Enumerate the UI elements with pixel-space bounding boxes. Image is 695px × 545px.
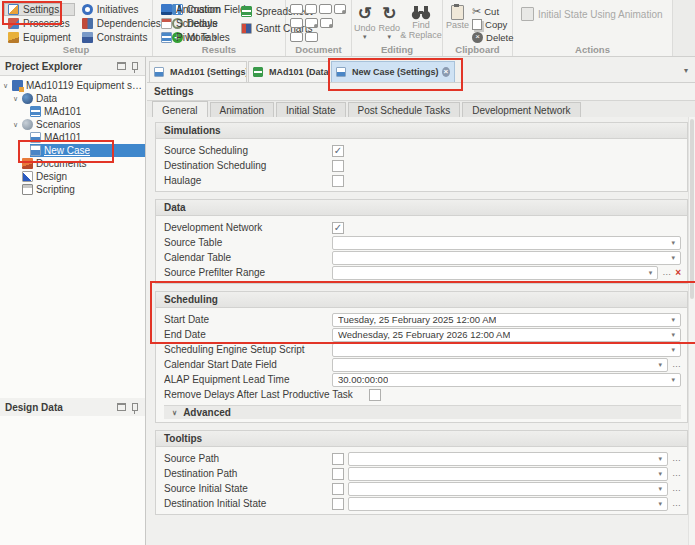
chevron-down-icon[interactable]: ▾: [667, 239, 675, 246]
chevron-down-icon[interactable]: ∨: [13, 121, 22, 128]
vertical-scrollbar[interactable]: [688, 117, 695, 545]
chevron-down-icon[interactable]: ▾: [667, 346, 675, 353]
find-replace-button[interactable]: Find & Replace: [403, 3, 439, 44]
tree-item-scenarios[interactable]: ∨ Scenarios: [0, 118, 145, 131]
tab-new-case-settings[interactable]: New Case (Settings) ×: [331, 61, 455, 82]
redo-button[interactable]: ↻ Redo ▾: [379, 3, 401, 44]
restore-panel-icon[interactable]: [117, 62, 126, 70]
callout-gear-icon[interactable]: [334, 4, 347, 14]
paste-button-label: Paste: [446, 20, 469, 30]
tree-item-mad101-table[interactable]: MAd101: [0, 105, 145, 118]
callout-bottom-icon[interactable]: [319, 4, 332, 14]
chevron-down-icon[interactable]: ▾: [667, 254, 675, 261]
destination-path-checkbox[interactable]: [332, 468, 344, 480]
tree-item-scripting[interactable]: Scripting: [0, 183, 145, 196]
tab-mad101-settings[interactable]: MAd101 (Settings): [149, 61, 247, 82]
row-spacing-icon[interactable]: [290, 32, 303, 42]
tab-initial-state[interactable]: Initial State: [276, 102, 345, 117]
browse-button[interactable]: …: [672, 484, 681, 493]
close-icon[interactable]: ×: [442, 67, 450, 77]
constraints-button[interactable]: Constraints: [78, 31, 165, 44]
calendar-table-select[interactable]: ▾: [332, 251, 681, 265]
start-date-picker[interactable]: Tuesday, 25 February 2025 12:00 AM ▾: [332, 313, 681, 327]
browse-button[interactable]: …: [672, 499, 681, 508]
tab-development-network[interactable]: Development Network: [462, 102, 580, 117]
source-initial-state-select[interactable]: ▾: [348, 482, 668, 496]
pivot-tables-button[interactable]: Pivot Tables: [157, 31, 234, 44]
browse-button[interactable]: …: [672, 360, 681, 369]
animation-button[interactable]: Animation: [157, 3, 234, 16]
scheduling-engine-setup-script-select[interactable]: ▾: [332, 343, 681, 357]
initiatives-button[interactable]: Initiatives: [78, 3, 165, 16]
column-spacing-icon[interactable]: [305, 32, 318, 42]
restore-panel-icon[interactable]: [117, 403, 126, 411]
chevron-down-icon[interactable]: ▾: [645, 269, 653, 276]
callout-icon[interactable]: [305, 4, 318, 14]
form-row-source-path: Source Path ▾ …: [164, 451, 681, 466]
chevron-down-icon[interactable]: ▾: [667, 331, 675, 338]
destination-scheduling-checkbox[interactable]: [332, 160, 344, 172]
source-path-select[interactable]: ▾: [348, 452, 668, 466]
development-network-checkbox[interactable]: ✓: [332, 222, 344, 234]
numbering-gear-icon[interactable]: [320, 18, 333, 28]
tree-item-new-case[interactable]: New Case: [0, 144, 145, 157]
tab-label: MAd101 (Data): [269, 67, 330, 77]
calendar-start-date-field-select[interactable]: ▾: [332, 358, 668, 372]
tab-mad101-data[interactable]: MAd101 (Data): [248, 61, 330, 82]
destination-initial-state-checkbox[interactable]: [332, 498, 344, 510]
initial-state-using-animation-button[interactable]: Initial State Using Animation: [517, 6, 667, 22]
chevron-down-icon[interactable]: ▾: [667, 316, 675, 323]
destination-path-select[interactable]: ▾: [348, 467, 668, 481]
field-label: Source Prefilter Range: [164, 267, 332, 278]
tree-item-data[interactable]: ∨ Data: [0, 92, 145, 105]
browse-button[interactable]: …: [672, 469, 681, 478]
tree-item-mad101-scenario[interactable]: MAd101: [0, 131, 145, 144]
clear-icon[interactable]: ×: [675, 268, 681, 278]
chevron-down-icon[interactable]: ▾: [654, 361, 662, 368]
end-date-picker[interactable]: Wednesday, 25 February 2026 12:00 AM ▾: [332, 328, 681, 342]
dependencies-button[interactable]: Dependencies: [78, 17, 165, 30]
delete-button[interactable]: × Delete: [472, 31, 513, 43]
tree-item-project-root[interactable]: ∨ MAd10119 Equipment source path.advan..…: [0, 79, 145, 92]
chevron-down-icon[interactable]: ▾: [654, 470, 662, 477]
pin-icon[interactable]: [132, 403, 138, 411]
haulage-checkbox[interactable]: [332, 175, 344, 187]
chevron-down-icon[interactable]: ∨: [3, 82, 12, 89]
chevron-down-icon[interactable]: ▾: [667, 376, 675, 383]
section-header-data: Data: [156, 200, 687, 216]
undo-button[interactable]: ↺ Undo ▾: [354, 3, 376, 44]
paste-button[interactable]: Paste: [446, 3, 469, 44]
copy-button[interactable]: Copy: [472, 18, 513, 30]
settings-button[interactable]: Settings: [4, 3, 75, 16]
advanced-expander[interactable]: ∨ Advanced: [164, 405, 681, 419]
alap-equipment-lead-time-input[interactable]: 30.00:00:00 ▾: [332, 373, 681, 387]
tree-item-design[interactable]: Design: [0, 170, 145, 183]
textbox-icon[interactable]: [290, 4, 303, 14]
source-scheduling-checkbox[interactable]: ✓: [332, 145, 344, 157]
pin-icon[interactable]: [132, 62, 138, 70]
equipment-button[interactable]: Equipment: [4, 31, 75, 44]
remove-delays-checkbox[interactable]: [369, 389, 381, 401]
processes-button[interactable]: Processes: [4, 17, 75, 30]
source-table-select[interactable]: ▾: [332, 236, 681, 250]
note-gear-icon[interactable]: [305, 18, 318, 28]
flag-icon[interactable]: [290, 18, 303, 28]
chevron-down-icon[interactable]: ▾: [654, 500, 662, 507]
chevron-down-icon[interactable]: ▾: [654, 455, 662, 462]
browse-button[interactable]: …: [672, 454, 681, 463]
tree-item-documents[interactable]: Documents: [0, 157, 145, 170]
tab-animation[interactable]: Animation: [210, 102, 274, 117]
tab-post-schedule-tasks[interactable]: Post Schedule Tasks: [348, 102, 461, 117]
chevron-down-icon[interactable]: ∨: [13, 95, 22, 102]
schedule-button[interactable]: Schedule: [157, 17, 234, 30]
tab-list-dropdown-icon[interactable]: ▾: [684, 66, 688, 75]
source-prefilter-range-select[interactable]: ▾: [332, 266, 658, 280]
scrollbar-thumb[interactable]: [690, 119, 694, 299]
chevron-down-icon[interactable]: ▾: [654, 485, 662, 492]
browse-button[interactable]: …: [662, 268, 671, 277]
cut-button[interactable]: ✂ Cut: [472, 5, 513, 17]
tab-general[interactable]: General: [152, 101, 208, 118]
destination-initial-state-select[interactable]: ▾: [348, 497, 668, 511]
source-path-checkbox[interactable]: [332, 453, 344, 465]
source-initial-state-checkbox[interactable]: [332, 483, 344, 495]
